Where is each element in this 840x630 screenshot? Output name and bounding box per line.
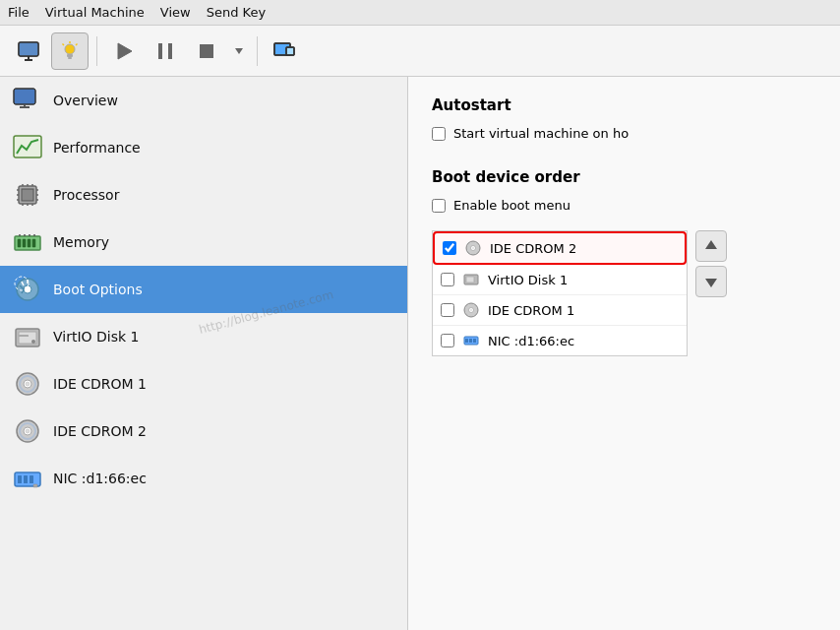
menu-send-key[interactable]: Send Key	[207, 5, 266, 20]
monitor-button[interactable]	[10, 32, 47, 70]
svg-line-8	[63, 43, 65, 45]
toolbar	[0, 26, 840, 77]
boot-options-label: Boot Options	[53, 282, 143, 297]
svg-rect-17	[286, 47, 294, 55]
boot-order-title: Boot device order	[432, 168, 816, 186]
move-down-button[interactable]	[695, 266, 727, 297]
boot-item-ide-cdrom2[interactable]: IDE CDROM 2	[433, 231, 687, 265]
memory-icon	[12, 226, 43, 258]
sidebar-item-virtio-disk1[interactable]: VirtIO Disk 1	[0, 313, 407, 360]
menu-view[interactable]: View	[160, 5, 191, 20]
svg-rect-53	[19, 335, 29, 337]
svg-point-69	[472, 247, 474, 249]
sidebar-item-ide-cdrom2[interactable]: IDE CDROM 2	[0, 408, 407, 455]
boot-item-ide-cdrom1[interactable]: IDE CDROM 1	[433, 295, 687, 326]
boot-item-virtio-disk1[interactable]: VirtIO Disk 1	[433, 265, 687, 295]
monitor-icon	[17, 39, 40, 63]
boot-vdisk1-icon	[462, 271, 480, 288]
boot-cdrom1-icon	[462, 301, 480, 319]
boot-item-nic[interactable]: NIC :d1:66:ec	[433, 326, 687, 355]
svg-point-60	[26, 429, 30, 433]
svg-rect-25	[22, 189, 33, 201]
menu-file[interactable]: File	[8, 5, 30, 20]
boot-list-container: IDE CDROM 2 VirtIO Disk 1	[432, 230, 688, 356]
virtio-disk1-label: VirtIO Disk 1	[53, 329, 139, 345]
arrow-down-icon	[702, 273, 720, 290]
svg-point-4	[65, 44, 75, 54]
autostart-row: Start virtual machine on ho	[432, 126, 816, 141]
cdrom2-icon	[12, 415, 43, 447]
svg-rect-11	[158, 43, 162, 59]
svg-rect-77	[469, 339, 472, 343]
memory-label: Memory	[53, 234, 109, 250]
sidebar: Overview Performance	[0, 77, 408, 630]
sidebar-item-nic[interactable]: NIC :d1:66:ec	[0, 455, 407, 502]
svg-marker-80	[705, 279, 717, 287]
arrow-up-icon	[702, 237, 720, 255]
boot-menu-label: Enable boot menu	[453, 198, 570, 213]
svg-rect-64	[24, 475, 28, 483]
autostart-label: Start virtual machine on ho	[453, 126, 629, 141]
svg-point-56	[26, 382, 30, 386]
svg-line-9	[76, 43, 78, 45]
nic-label: NIC :d1:66:ec	[53, 471, 147, 486]
menubar: File Virtual Machine View Send Key	[0, 0, 840, 26]
chevron-down-icon	[233, 45, 245, 57]
svg-rect-39	[18, 239, 21, 247]
connect-button[interactable]	[266, 32, 303, 70]
ide-cdrom1-label: IDE CDROM 1	[53, 376, 147, 392]
right-panel: Autostart Start virtual machine on ho Bo…	[408, 77, 840, 630]
boot-item-cdrom1-checkbox[interactable]	[441, 303, 454, 317]
dropdown-button[interactable]	[229, 32, 249, 70]
svg-rect-40	[23, 239, 26, 247]
move-up-button[interactable]	[695, 230, 727, 262]
autostart-checkbox[interactable]	[432, 127, 446, 141]
boot-item-cdrom2-checkbox[interactable]	[443, 241, 456, 255]
pause-button[interactable]	[147, 32, 184, 70]
stop-icon	[195, 39, 218, 63]
play-icon	[112, 39, 136, 63]
svg-rect-78	[473, 339, 476, 343]
virtio-disk-icon	[12, 321, 43, 352]
cdrom1-icon	[12, 368, 43, 400]
sidebar-item-memory[interactable]: Memory	[0, 219, 407, 266]
sidebar-item-ide-cdrom1[interactable]: IDE CDROM 1	[0, 360, 407, 408]
svg-marker-10	[118, 43, 132, 59]
svg-rect-13	[200, 44, 213, 58]
svg-point-52	[31, 340, 35, 344]
ide-cdrom2-label: IDE CDROM 2	[53, 423, 147, 439]
sidebar-item-performance[interactable]: Performance	[0, 124, 407, 171]
boot-item-cdrom2-label: IDE CDROM 2	[490, 241, 576, 256]
boot-item-nic-label: NIC :d1:66:ec	[488, 334, 574, 348]
sidebar-item-overview[interactable]: Overview	[0, 77, 407, 124]
boot-item-cdrom1-label: IDE CDROM 1	[488, 303, 574, 318]
boot-list-controls	[695, 230, 727, 356]
separator-1	[96, 36, 97, 66]
boot-icon	[12, 274, 43, 305]
svg-rect-12	[168, 43, 172, 59]
sidebar-item-processor[interactable]: Processor	[0, 171, 407, 219]
boot-menu-checkbox[interactable]	[432, 199, 446, 213]
separator-2	[257, 36, 258, 66]
boot-nic-icon	[462, 332, 480, 349]
boot-menu-row: Enable boot menu	[432, 198, 816, 213]
stop-button[interactable]	[188, 32, 225, 70]
settings-button[interactable]	[51, 32, 89, 70]
processor-label: Processor	[53, 187, 119, 203]
boot-cdrom2-icon	[464, 239, 482, 257]
autostart-title: Autostart	[432, 96, 816, 114]
divider-1	[432, 149, 816, 168]
svg-marker-14	[235, 48, 243, 54]
overview-label: Overview	[53, 93, 118, 108]
boot-item-vdisk1-checkbox[interactable]	[441, 273, 454, 286]
boot-item-nic-checkbox[interactable]	[441, 334, 454, 347]
play-button[interactable]	[105, 32, 143, 70]
svg-rect-42	[32, 239, 35, 247]
svg-rect-6	[68, 57, 72, 59]
menu-virtual-machine[interactable]: Virtual Machine	[45, 5, 145, 20]
svg-rect-19	[14, 89, 35, 104]
nic-icon	[12, 463, 43, 494]
pause-icon	[153, 39, 177, 63]
sidebar-item-boot-options[interactable]: Boot Options	[0, 266, 407, 313]
spacer	[432, 220, 816, 230]
